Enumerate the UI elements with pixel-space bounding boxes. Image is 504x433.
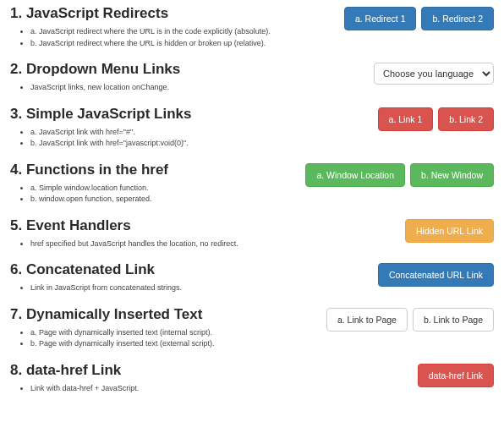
bullet-item: Link in JavaScript from concatenated str… bbox=[30, 282, 370, 294]
section-heading: 8. data-href Link bbox=[10, 362, 409, 379]
section-left: 7. Dynamically Inserted Text a. Page wit… bbox=[10, 306, 326, 359]
section-heading: 5. Event Handlers bbox=[10, 217, 397, 234]
section-heading: 6. Concatenated Link bbox=[10, 261, 370, 278]
concatenated-url-button[interactable]: Concatenated URL Link bbox=[378, 263, 494, 287]
bullet-item: b. Page with dynamically inserted text (… bbox=[30, 338, 318, 350]
section-dropdown-links: 2. Dropdown Menu Links JavaScript links,… bbox=[10, 61, 494, 102]
bullet-item: a. JavaScript link with href="#". bbox=[30, 127, 370, 139]
section-actions: a. Redirect 1 b. Redirect 2 bbox=[344, 5, 494, 30]
bullet-list: Link with data-href + JavaScript. bbox=[30, 383, 409, 395]
section-left: 4. Functions in the href a. Simple windo… bbox=[10, 162, 305, 214]
section-heading: 3. Simple JavaScript Links bbox=[10, 106, 370, 123]
section-actions: Choose you language bbox=[374, 61, 494, 85]
link-1-button[interactable]: a. Link 1 bbox=[378, 107, 434, 131]
section-left: 8. data-href Link Link with data-href + … bbox=[10, 362, 418, 403]
section-left: 3. Simple JavaScript Links a. JavaScript… bbox=[10, 106, 378, 158]
link-to-page-a-button[interactable]: a. Link to Page bbox=[326, 308, 408, 332]
bullet-list: a. JavaScript redirect where the URL is … bbox=[30, 26, 336, 49]
bullet-item: href specified but JavaScript handles th… bbox=[30, 238, 397, 250]
redirect-2-button[interactable]: b. Redirect 2 bbox=[421, 7, 494, 30]
bullet-item: a. JavaScript redirect where the URL is … bbox=[30, 26, 336, 38]
section-dynamic-text: 7. Dynamically Inserted Text a. Page wit… bbox=[10, 306, 494, 359]
section-simple-js-links: 3. Simple JavaScript Links a. JavaScript… bbox=[10, 106, 494, 158]
bullet-item: Link with data-href + JavaScript. bbox=[30, 383, 409, 395]
section-heading: 1. JavaScript Redirects bbox=[10, 5, 336, 22]
bullet-list: href specified but JavaScript handles th… bbox=[30, 238, 397, 250]
bullet-list: JavaScript links, new location onChange. bbox=[30, 82, 365, 94]
bullet-list: a. Page with dynamically inserted text (… bbox=[30, 327, 318, 350]
bullet-list: a. JavaScript link with href="#". b. Jav… bbox=[30, 127, 370, 150]
language-select[interactable]: Choose you language bbox=[374, 63, 494, 85]
section-event-handlers: 5. Event Handlers href specified but Jav… bbox=[10, 217, 494, 259]
bullet-item: a. Page with dynamically inserted text (… bbox=[30, 327, 318, 339]
section-actions: Hidden URL Link bbox=[405, 217, 494, 243]
bullet-item: JavaScript links, new location onChange. bbox=[30, 82, 365, 94]
section-actions: a. Link to Page b. Link to Page bbox=[326, 306, 494, 332]
section-heading: 7. Dynamically Inserted Text bbox=[10, 306, 318, 323]
bullet-item: b. window.open function, seperated. bbox=[30, 194, 297, 206]
window-location-button[interactable]: a. Window Location bbox=[305, 163, 405, 187]
link-2-button[interactable]: b. Link 2 bbox=[438, 107, 494, 131]
section-actions: a. Window Location b. New Window bbox=[305, 162, 494, 187]
section-left: 6. Concatenated Link Link in JavaScript … bbox=[10, 261, 378, 303]
section-heading: 2. Dropdown Menu Links bbox=[10, 61, 365, 78]
section-left: 1. JavaScript Redirects a. JavaScript re… bbox=[10, 5, 344, 58]
link-to-page-b-button[interactable]: b. Link to Page bbox=[413, 308, 494, 332]
section-actions: a. Link 1 b. Link 2 bbox=[378, 106, 494, 131]
bullet-item: b. JavaScript redirect where the URL is … bbox=[30, 38, 336, 50]
section-left: 5. Event Handlers href specified but Jav… bbox=[10, 217, 405, 259]
section-actions: Concatenated URL Link bbox=[378, 261, 494, 287]
redirect-1-button[interactable]: a. Redirect 1 bbox=[344, 7, 417, 30]
data-href-button[interactable]: data-href Link bbox=[418, 364, 494, 387]
section-data-href: 8. data-href Link Link with data-href + … bbox=[10, 362, 494, 403]
bullet-list: a. Simple window.location function. b. w… bbox=[30, 183, 297, 206]
section-functions-href: 4. Functions in the href a. Simple windo… bbox=[10, 162, 494, 214]
bullet-item: a. Simple window.location function. bbox=[30, 183, 297, 195]
section-heading: 4. Functions in the href bbox=[10, 162, 297, 178]
section-actions: data-href Link bbox=[418, 362, 494, 387]
section-js-redirects: 1. JavaScript Redirects a. JavaScript re… bbox=[10, 5, 494, 58]
bullet-item: b. JavaScript link with href="javascript… bbox=[30, 138, 370, 150]
new-window-button[interactable]: b. New Window bbox=[410, 163, 494, 187]
hidden-url-button[interactable]: Hidden URL Link bbox=[405, 219, 494, 243]
section-concatenated-link: 6. Concatenated Link Link in JavaScript … bbox=[10, 261, 494, 303]
bullet-list: Link in JavaScript from concatenated str… bbox=[30, 282, 370, 294]
section-left: 2. Dropdown Menu Links JavaScript links,… bbox=[10, 61, 374, 102]
